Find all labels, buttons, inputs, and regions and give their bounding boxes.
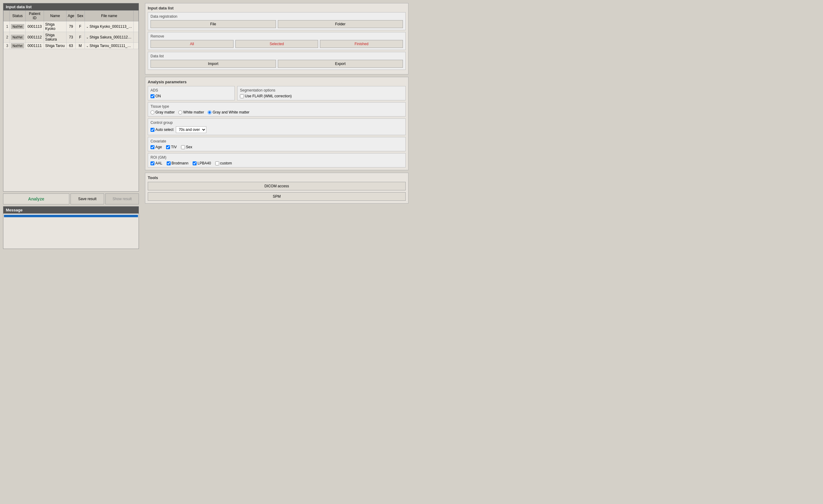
- ads-seg-row: ADS ON Segmentation options Use FLAIR (W…: [148, 86, 406, 100]
- use-flair-checkbox-item: Use FLAIR (WML correction): [240, 94, 403, 98]
- row-age: 73: [66, 32, 75, 43]
- row-age: 63: [66, 43, 75, 49]
- remove-finished-button[interactable]: Finished: [320, 40, 403, 48]
- row-sex: M: [76, 43, 85, 49]
- control-group-row: Auto select 70s and over 60s 50s 40s 30s: [151, 126, 403, 133]
- table-row: 1 NotYet 0001113 Shiga Kyoko 79 F ⌄ Shig…: [4, 21, 139, 32]
- tissue-gray-white-matter[interactable]: Gray and White matter: [207, 110, 250, 114]
- use-flair-checkbox[interactable]: [240, 94, 244, 98]
- covariate-age-checkbox[interactable]: [151, 145, 154, 149]
- roi-brodmann-label: Brodmann: [172, 161, 188, 165]
- tissue-gray-matter-radio[interactable]: [151, 110, 154, 114]
- tissue-gray-white-matter-radio[interactable]: [207, 110, 211, 114]
- auto-select-checkbox[interactable]: [151, 128, 154, 132]
- col-checkbox: [4, 11, 10, 21]
- file-button[interactable]: File: [151, 20, 276, 28]
- covariate-section: Covariate Age TIV Sex: [148, 137, 406, 151]
- row-filename: ⌄ Shiga Sakura_0001112_00...: [85, 32, 133, 43]
- ads-title: ADS: [151, 88, 232, 92]
- row-num: 3: [4, 43, 10, 49]
- roi-custom-checkbox[interactable]: [215, 162, 219, 165]
- row-sex: F: [76, 21, 85, 32]
- spm-button[interactable]: SPM: [148, 192, 406, 201]
- remove-buttons: All Selected Finished: [151, 40, 403, 48]
- filename-chevron: ⌄: [86, 25, 89, 28]
- col-filename: File name: [85, 11, 133, 21]
- import-button[interactable]: Import: [151, 60, 276, 68]
- tissue-type-section: Tissue type Gray matter White matter Gra…: [148, 102, 406, 116]
- analysis-params-section: Analysis parameters ADS ON Segmentation …: [145, 77, 408, 170]
- row-spacer: [134, 43, 139, 49]
- auto-select-label: Auto select: [155, 128, 173, 132]
- data-registration-subsection: Data registration File Folder: [148, 12, 406, 30]
- row-spacer: [134, 32, 139, 43]
- data-registration-title: Data registration: [151, 14, 403, 19]
- ads-on-checkbox[interactable]: [151, 94, 154, 98]
- tissue-white-matter-label: White matter: [183, 110, 204, 114]
- covariate-tiv-checkbox[interactable]: [166, 145, 170, 149]
- dicom-access-button[interactable]: DICOM access: [148, 182, 406, 190]
- export-button[interactable]: Export: [278, 60, 403, 68]
- covariate-age[interactable]: Age: [151, 145, 162, 149]
- ads-section: ADS ON: [148, 86, 235, 100]
- roi-aal[interactable]: AAL: [151, 161, 162, 165]
- row-status: NotYet: [10, 43, 26, 49]
- tools-title: Tools: [148, 176, 406, 180]
- tissue-white-matter[interactable]: White matter: [178, 110, 204, 114]
- remove-subsection: Remove All Selected Finished: [148, 32, 406, 50]
- left-panel: Input data list Status Patient ID Name A…: [0, 0, 142, 252]
- input-data-list-box: Input data list Status Patient ID Name A…: [3, 3, 139, 192]
- roi-brodmann[interactable]: Brodmann: [167, 161, 188, 165]
- right-panel: Input data list Data registration File F…: [142, 0, 412, 252]
- folder-button[interactable]: Folder: [278, 20, 403, 28]
- show-result-button[interactable]: Show result: [105, 194, 139, 204]
- covariate-age-label: Age: [155, 145, 162, 149]
- message-content: [3, 214, 139, 249]
- covariate-sex-checkbox[interactable]: [181, 145, 185, 149]
- roi-aal-checkbox[interactable]: [151, 162, 154, 165]
- row-name: Shiga Sakura: [44, 32, 66, 43]
- segmentation-section: Segmentation options Use FLAIR (WML corr…: [237, 86, 406, 100]
- covariate-checkbox-row: Age TIV Sex: [151, 145, 403, 149]
- table-row: 3 NotYet 0001111 Shiga Tarou 63 M ⌄ Shig…: [4, 43, 139, 49]
- roi-lpba40[interactable]: LPBA40: [193, 161, 211, 165]
- remove-all-button[interactable]: All: [151, 40, 233, 48]
- data-list-subsection: Data list Import Export: [148, 52, 406, 70]
- covariate-sex[interactable]: Sex: [181, 145, 192, 149]
- status-badge: NotYet: [11, 35, 24, 40]
- roi-lpba40-label: LPBA40: [197, 161, 211, 165]
- roi-lpba40-checkbox[interactable]: [193, 162, 197, 165]
- auto-select-checkbox-item[interactable]: Auto select: [151, 128, 173, 132]
- covariate-sex-label: Sex: [186, 145, 192, 149]
- use-flair-label: Use FLAIR (WML correction): [245, 94, 292, 98]
- roi-custom[interactable]: custom: [215, 161, 232, 165]
- roi-aal-label: AAL: [155, 161, 162, 165]
- roi-section: ROI (GM) AAL Brodmann LPBA40 custom: [148, 153, 406, 168]
- roi-brodmann-checkbox[interactable]: [167, 162, 171, 165]
- roi-checkbox-row: AAL Brodmann LPBA40 custom: [151, 161, 403, 165]
- covariate-tiv[interactable]: TIV: [166, 145, 177, 149]
- analyze-button[interactable]: Analyze: [3, 194, 69, 204]
- col-name: Name: [44, 11, 66, 21]
- tissue-gray-matter-label: Gray matter: [155, 110, 175, 114]
- analysis-params-title: Analysis parameters: [148, 80, 406, 84]
- tissue-gray-matter[interactable]: Gray matter: [151, 110, 175, 114]
- row-name: Shiga Tarou: [44, 43, 66, 49]
- right-input-data-section: Input data list Data registration File F…: [145, 3, 408, 74]
- roi-custom-label: custom: [220, 161, 232, 165]
- save-result-button[interactable]: Save result: [70, 194, 104, 204]
- row-status: NotYet: [10, 32, 26, 43]
- control-group-dropdown[interactable]: 70s and over 60s 50s 40s 30s: [176, 126, 206, 133]
- remove-selected-button[interactable]: Selected: [235, 40, 318, 48]
- row-age: 79: [66, 21, 75, 32]
- col-status: Status: [10, 11, 26, 21]
- filename-chevron: ⌄: [86, 44, 89, 48]
- remove-title: Remove: [151, 34, 403, 38]
- col-age: Age: [66, 11, 75, 21]
- ads-on-label: ON: [155, 94, 161, 98]
- right-input-data-title: Input data list: [148, 6, 406, 10]
- row-filename: ⌄ Shiga Kyoko_0001113_00...: [85, 21, 133, 32]
- tissue-white-matter-radio[interactable]: [178, 110, 182, 114]
- col-patientid: Patient ID: [25, 11, 44, 21]
- col-scroll: [134, 11, 139, 21]
